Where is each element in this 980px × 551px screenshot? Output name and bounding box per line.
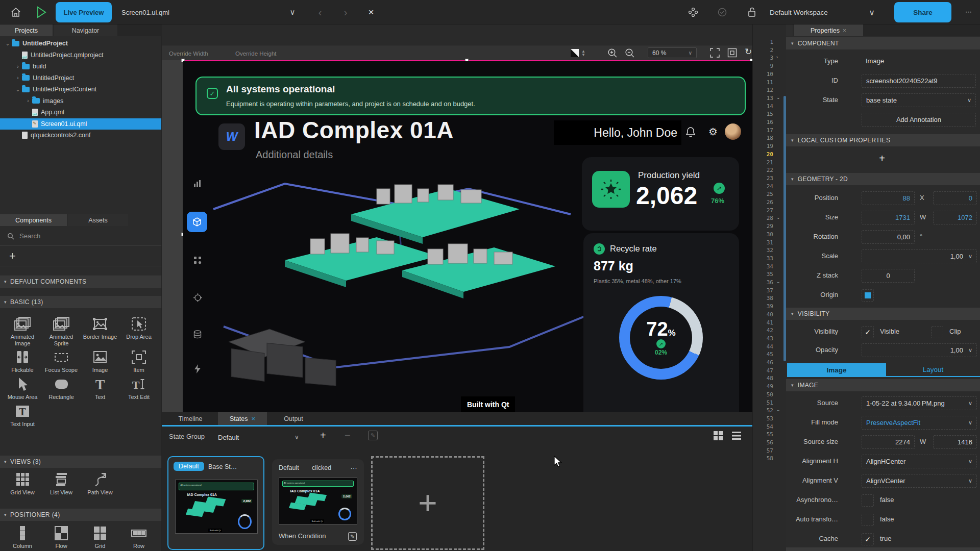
size-h-input[interactable]: 1072 bbox=[933, 211, 977, 224]
add-custom-property-button[interactable]: + bbox=[862, 152, 902, 165]
add-module-button[interactable]: + bbox=[0, 246, 161, 266]
line-number-45[interactable]: 45 bbox=[753, 351, 773, 358]
line-number-29[interactable]: 29 bbox=[753, 223, 773, 230]
z-stack-input[interactable]: 0 bbox=[862, 269, 915, 283]
swatch-stepper-icon[interactable]: ▲▼ bbox=[581, 49, 585, 57]
when-condition-label[interactable]: When Condition bbox=[279, 532, 326, 540]
tree-item-untitledproject-qmlproject[interactable]: UntitledProject.qmlproject bbox=[0, 49, 161, 61]
subtab-layout[interactable]: Layout bbox=[886, 363, 980, 377]
component-grid-view[interactable]: Grid View bbox=[3, 472, 42, 496]
tree-item-screen01-ui-qml[interactable]: Screen01.ui.qml bbox=[0, 118, 161, 130]
source-size-h-input[interactable]: 1416 bbox=[933, 435, 977, 449]
override-width-input[interactable]: Override Width bbox=[169, 48, 208, 58]
position-y-input[interactable]: 0 bbox=[933, 191, 977, 205]
component-text-input[interactable]: TText Input bbox=[3, 404, 42, 428]
line-number-55[interactable]: 55 bbox=[753, 431, 773, 438]
line-number-12[interactable]: 12 bbox=[753, 87, 773, 93]
section-component[interactable]: ▾COMPONENT bbox=[786, 37, 980, 49]
opacity-input[interactable]: 1,00∨ bbox=[862, 343, 977, 357]
rotation-input[interactable]: 0,00 bbox=[862, 230, 915, 244]
line-number-35[interactable]: 35 bbox=[753, 271, 773, 278]
auto-transform-checkbox[interactable] bbox=[862, 514, 874, 526]
file-dropdown-chevron-icon[interactable]: ∨ bbox=[285, 0, 300, 24]
origin-center-toggle[interactable] bbox=[862, 289, 874, 302]
line-number-31[interactable]: 31 bbox=[753, 239, 773, 246]
line-number-25[interactable]: 25 bbox=[753, 191, 773, 197]
line-number-19[interactable]: 19 bbox=[753, 143, 773, 149]
frame-selection-icon[interactable] bbox=[727, 48, 737, 60]
component-column[interactable]: Column bbox=[3, 525, 42, 549]
line-number-52[interactable]: 52 bbox=[753, 407, 773, 414]
section-local-custom-properties[interactable]: ▾LOCAL CUSTOM PROPERTIES bbox=[786, 134, 980, 146]
line-number-14[interactable]: 14 bbox=[753, 103, 773, 110]
component-flickable[interactable]: Flickable bbox=[3, 349, 42, 373]
line-number-20[interactable]: 20 bbox=[753, 151, 773, 158]
fill-mode-select[interactable]: PreserveAspectFit∨ bbox=[862, 416, 977, 430]
line-number-40[interactable]: 40 bbox=[753, 311, 773, 318]
tree-item-images[interactable]: ›images bbox=[0, 95, 161, 107]
fold-open-icon[interactable]: ⌄ bbox=[776, 407, 780, 412]
component-search-input[interactable]: Search bbox=[0, 227, 161, 246]
line-number-1[interactable]: 1 bbox=[753, 39, 773, 45]
line-number-3[interactable]: 3 bbox=[753, 55, 773, 61]
close-states-tab-icon[interactable]: × bbox=[251, 415, 255, 422]
line-number-41[interactable]: 41 bbox=[753, 319, 773, 326]
line-number-50[interactable]: 50 bbox=[753, 391, 773, 398]
line-number-49[interactable]: 49 bbox=[753, 383, 773, 390]
line-number-24[interactable]: 24 bbox=[753, 183, 773, 190]
state-select[interactable]: base state∨ bbox=[862, 93, 976, 107]
scale-input[interactable]: 1,00∨ bbox=[862, 249, 977, 263]
line-number-37[interactable]: 37 bbox=[753, 287, 773, 294]
refresh-icon[interactable]: ↻ bbox=[745, 46, 752, 57]
state-card-clicked[interactable]: Default clicked … All systems operationa… bbox=[272, 459, 364, 545]
component-rectangle[interactable]: Rectangle bbox=[42, 377, 81, 400]
section-visibility[interactable]: ▾VISIBILITY bbox=[786, 308, 980, 320]
fold-closed-icon[interactable]: › bbox=[776, 55, 778, 60]
tree-item-qtquickcontrols2-conf[interactable]: qtquickcontrols2.conf bbox=[0, 130, 161, 141]
component-text-edit[interactable]: TText Edit bbox=[119, 377, 158, 400]
line-number-16[interactable]: 16 bbox=[753, 119, 773, 126]
line-number-46[interactable]: 46 bbox=[753, 359, 773, 366]
chevron-right-icon[interactable]: › bbox=[15, 75, 20, 81]
workspace-selector[interactable]: Default Workspace bbox=[770, 0, 846, 24]
back-icon[interactable]: ‹ bbox=[312, 0, 328, 24]
zoom-in-icon[interactable] bbox=[607, 47, 618, 60]
alignment-v-select[interactable]: AlignVCenter∨ bbox=[862, 474, 977, 488]
line-number-26[interactable]: 26 bbox=[753, 199, 773, 206]
component-animated-image[interactable]: Animated Image bbox=[3, 316, 42, 346]
state-card-base[interactable]: Default Base St… All systems operational… bbox=[167, 456, 264, 550]
visible-checkbox[interactable]: ✓ bbox=[862, 326, 874, 338]
tree-item-untitledproject[interactable]: ›UntitledProject bbox=[0, 72, 161, 84]
source-select[interactable]: 1-05-22 at 9.34.00 PM.png∨ bbox=[862, 396, 977, 410]
alignment-h-select[interactable]: AlignHCenter∨ bbox=[862, 455, 977, 468]
component-text[interactable]: TText bbox=[81, 377, 119, 400]
line-number-51[interactable]: 51 bbox=[753, 399, 773, 406]
validate-icon[interactable] bbox=[715, 0, 730, 24]
component-image[interactable]: Image bbox=[81, 349, 119, 373]
line-number-58[interactable]: 58 bbox=[753, 455, 773, 462]
fit-screen-icon[interactable] bbox=[710, 48, 720, 60]
component-border-image[interactable]: Border Image bbox=[81, 316, 119, 346]
component-item[interactable]: Item bbox=[119, 349, 158, 373]
state-thumbnail[interactable]: All systems operational IAD Complex 01A … bbox=[279, 478, 357, 524]
chevron-down-icon[interactable]: ⌄ bbox=[5, 41, 10, 46]
add-state-group-icon[interactable]: + bbox=[320, 430, 326, 441]
open-file-tab[interactable]: Screen01.ui.qml bbox=[121, 0, 193, 24]
home-icon[interactable] bbox=[7, 0, 24, 24]
share-nodes-icon[interactable] bbox=[685, 0, 701, 24]
fold-open-icon[interactable]: ⌄ bbox=[776, 95, 780, 100]
background-color-swatch-icon[interactable] bbox=[570, 48, 579, 58]
tab-navigator[interactable]: Navigator bbox=[54, 24, 117, 36]
close-properties-tab-icon[interactable]: × bbox=[843, 27, 846, 34]
section-default-components[interactable]: ▾DEFAULT COMPONENTS bbox=[0, 276, 161, 288]
line-number-2[interactable]: 2 bbox=[753, 47, 773, 54]
tab-properties[interactable]: Properties× bbox=[794, 24, 863, 36]
component-path-view[interactable]: Path View bbox=[81, 472, 119, 496]
state-thumbnail[interactable]: All systems operational IAD Complex 01A … bbox=[175, 480, 258, 534]
asynchronous-checkbox[interactable] bbox=[862, 494, 874, 507]
line-number-28[interactable]: 28 bbox=[753, 215, 773, 221]
run-play-icon[interactable] bbox=[33, 0, 50, 24]
list-view-icon[interactable] bbox=[731, 431, 742, 443]
size-w-input[interactable]: 1731 bbox=[862, 211, 915, 224]
override-height-input[interactable]: Override Height bbox=[235, 48, 277, 58]
